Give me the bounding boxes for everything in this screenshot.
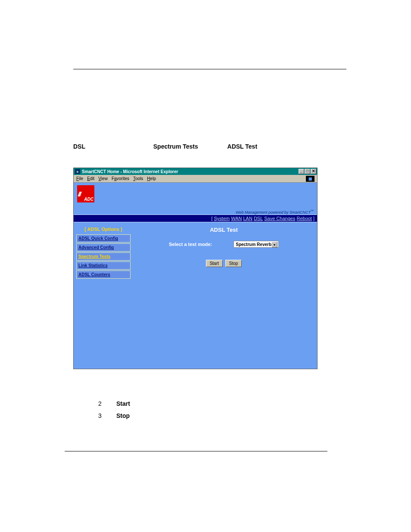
spectrum-bold: Spectrum Tests: [153, 143, 198, 150]
step-3: 3 Stop: [98, 410, 346, 422]
step-2: 2 Start: [98, 398, 346, 410]
top-nav: [ System WAN LAN DSL Save Changes Reboot…: [74, 215, 317, 222]
main-title: ADSL Test: [131, 227, 317, 233]
window-title: SmartCNCT Home - Microsoft Internet Expl…: [82, 169, 298, 174]
test-mode-label: Select a test mode:: [169, 242, 212, 247]
step-2-num: 2: [98, 398, 103, 410]
adsl-test-bold: ADSL Test: [227, 143, 258, 150]
menu-tools[interactable]: Tools: [133, 176, 143, 181]
nav-system[interactable]: System: [214, 216, 230, 221]
adc-logo: /// ADC: [77, 185, 94, 202]
bottom-rule: [65, 451, 327, 451]
ie-icon: e: [75, 169, 80, 174]
nav-reboot[interactable]: Reboot: [296, 216, 311, 221]
menu-view[interactable]: View: [98, 176, 108, 181]
steps-list: 2 Start 3 Stop: [98, 398, 346, 422]
nav-wan[interactable]: WAN: [231, 216, 242, 221]
menu-file[interactable]: File: [76, 176, 83, 181]
nav-lan[interactable]: LAN: [243, 216, 252, 221]
menu-help[interactable]: Help: [147, 176, 156, 181]
main-area: ADSL Test Select a test mode: Spectrum R…: [131, 226, 317, 267]
logo-bars: ///: [78, 191, 81, 197]
stop-button[interactable]: Stop: [225, 260, 242, 267]
dropdown-value: Spectrum Reverb: [236, 242, 271, 247]
dsl-bold: DSL: [73, 143, 85, 150]
test-mode-dropdown[interactable]: Spectrum Reverb: [234, 241, 279, 248]
sidebar-item-adsl-counters[interactable]: ADSL Counters: [76, 271, 131, 279]
menu-favorites[interactable]: Favorites: [112, 176, 129, 181]
close-button[interactable]: ✕: [311, 169, 316, 174]
start-button[interactable]: Start: [206, 260, 223, 267]
sidebar-item-advanced-config[interactable]: Advanced Config: [76, 243, 131, 252]
step-2-bold: Start: [116, 400, 130, 407]
menu-edit[interactable]: Edit: [87, 176, 94, 181]
titlebar: e SmartCNCT Home - Microsoft Internet Ex…: [74, 168, 317, 175]
powered-by: Web Management powered by SmartCNCT™: [236, 209, 314, 215]
browser-window: e SmartCNCT Home - Microsoft Internet Ex…: [73, 168, 318, 369]
nav-dsl[interactable]: DSL: [254, 216, 263, 221]
maximize-button[interactable]: □: [305, 169, 310, 174]
minimize-button[interactable]: _: [299, 169, 304, 174]
step-3-bold: Stop: [116, 412, 130, 419]
sidebar-item-link-statistics[interactable]: Link Statistics: [76, 261, 131, 270]
ie-flag-icon: ▦: [306, 176, 314, 182]
browser-body: /// ADC Web Management powered by SmartC…: [74, 183, 317, 369]
top-rule: [73, 69, 346, 69]
sidebar-item-adsl-quick-config[interactable]: ADSL Quick Config: [76, 234, 131, 243]
nav-save-changes[interactable]: Save Changes: [264, 216, 295, 221]
sidebar-title: [ ADSL Options ]: [76, 227, 131, 232]
step-3-num: 3: [98, 410, 103, 422]
sidebar-item-spectrum-tests[interactable]: Spectrum Tests: [76, 252, 131, 261]
logo-text: ADC: [84, 197, 93, 202]
instruction-line: DSL Spectrum Tests ADSL Test: [73, 142, 346, 151]
sidebar: [ ADSL Options ] ADSL Quick Config Advan…: [76, 226, 131, 280]
menubar: File Edit View Favorites Tools Help ▦: [74, 175, 317, 183]
